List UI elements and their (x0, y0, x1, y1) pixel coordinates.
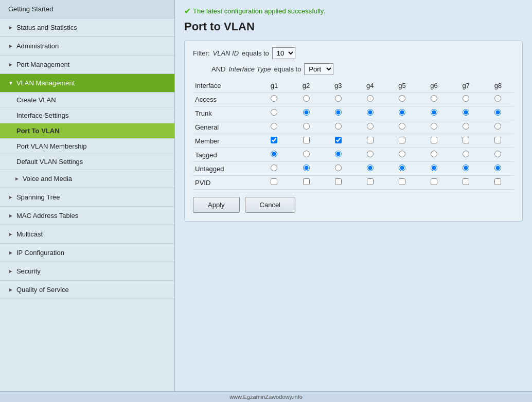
sidebar-item-security[interactable]: ► Security (0, 262, 174, 281)
radio-general-g8[interactable] (494, 123, 501, 130)
sidebar-item-administration[interactable]: ► Administration (0, 37, 174, 56)
radio-access-g5[interactable] (399, 95, 405, 102)
chk-pvid-g5[interactable] (399, 178, 405, 185)
chk-pvid-g6[interactable] (431, 178, 437, 185)
chk-member-g2[interactable] (303, 137, 310, 143)
sidebar-item-port-management[interactable]: ► Port Management (0, 56, 174, 74)
interface-type-select[interactable]: Port LAG All (304, 63, 333, 75)
radio-access-g2[interactable] (303, 95, 310, 102)
arrow-icon: ► (8, 25, 13, 30)
filter-box: Filter: VLAN ID equals to 10 1 2 20 30 A… (184, 41, 523, 222)
sidebar-sub-item-interface-settings[interactable]: Interface Settings (0, 108, 174, 123)
radio-general-g7[interactable] (463, 123, 469, 130)
sidebar-item-label: Create VLAN (16, 96, 56, 104)
radio-trunk-g3[interactable] (335, 109, 342, 116)
filter-label: Filter: (193, 49, 210, 57)
row-label-tagged: Tagged (193, 148, 258, 162)
chk-pvid-g2[interactable] (303, 178, 310, 185)
radio-untagged-g6[interactable] (431, 165, 437, 171)
sidebar-item-vlan-management[interactable]: ▼ VLAN Management (0, 74, 174, 93)
chk-pvid-g3[interactable] (335, 178, 342, 185)
radio-tagged-g8[interactable] (494, 151, 501, 157)
radio-trunk-g5[interactable] (399, 109, 405, 116)
radio-untagged-g7[interactable] (463, 165, 469, 171)
sidebar-sub-item-port-to-vlan[interactable]: Port To VLAN (0, 123, 174, 139)
radio-trunk-g6[interactable] (431, 109, 437, 116)
table-row-access: Access (193, 93, 514, 106)
radio-general-g1[interactable] (271, 123, 277, 130)
chk-member-g8[interactable] (494, 137, 501, 143)
chk-pvid-g8[interactable] (494, 178, 501, 185)
arrow-icon: ► (14, 176, 20, 181)
checkmark-icon: ✔ (184, 6, 191, 16)
sidebar: Getting Started ► Status and Statistics … (0, 0, 175, 391)
vlan-table: Interface g1 g2 g3 g4 g5 g6 g7 g8 Access (193, 79, 514, 190)
chk-member-g6[interactable] (431, 137, 437, 143)
chk-member-g1[interactable] (271, 137, 277, 143)
radio-access-g8[interactable] (494, 95, 501, 102)
sidebar-sub-item-default-vlan-settings[interactable]: Default VLAN Settings (0, 154, 174, 170)
sidebar-item-mac-address-tables[interactable]: ► MAC Address Tables (0, 207, 174, 225)
chk-member-g3[interactable] (335, 137, 342, 143)
radio-trunk-g4[interactable] (367, 109, 374, 116)
radio-tagged-g7[interactable] (463, 151, 469, 157)
chk-pvid-g4[interactable] (367, 178, 374, 185)
radio-general-g4[interactable] (367, 123, 374, 130)
arrow-icon: ► (8, 62, 13, 67)
radio-untagged-g3[interactable] (335, 165, 342, 171)
and-label: AND (211, 65, 225, 73)
equals-to-label-2: equals to (274, 65, 302, 73)
radio-tagged-g2[interactable] (303, 151, 310, 157)
radio-trunk-g7[interactable] (463, 109, 469, 116)
footer: www.EgzaminZawodowy.info (0, 391, 532, 402)
radio-untagged-g8[interactable] (494, 165, 501, 171)
chk-pvid-g7[interactable] (463, 178, 469, 185)
radio-trunk-g2[interactable] (303, 109, 310, 116)
radio-untagged-g1[interactable] (271, 165, 277, 171)
radio-access-g3[interactable] (335, 95, 342, 102)
vlan-id-select[interactable]: 10 1 2 20 30 (272, 47, 295, 59)
chk-member-g5[interactable] (399, 137, 405, 143)
cancel-button[interactable]: Cancel (245, 197, 295, 213)
sidebar-sub-item-voice-media[interactable]: ► Voice and Media (0, 170, 174, 188)
radio-access-g6[interactable] (431, 95, 437, 102)
apply-button[interactable]: Apply (193, 197, 240, 213)
radio-general-g6[interactable] (431, 123, 437, 130)
sidebar-item-label: Spanning Tree (16, 193, 60, 201)
arrow-icon: ► (8, 43, 13, 49)
radio-tagged-g5[interactable] (399, 151, 405, 157)
radio-untagged-g5[interactable] (399, 165, 405, 171)
radio-general-g3[interactable] (335, 123, 342, 130)
sidebar-sub-item-create-vlan[interactable]: Create VLAN (0, 93, 174, 108)
radio-tagged-g4[interactable] (367, 151, 374, 157)
radio-access-g1[interactable] (271, 95, 277, 102)
radio-access-g7[interactable] (463, 95, 469, 102)
sidebar-item-label: IP Configuration (16, 249, 64, 257)
sidebar-sub-item-port-vlan-membership[interactable]: Port VLAN Membership (0, 139, 174, 154)
chk-pvid-g1[interactable] (271, 178, 277, 185)
sidebar-item-spanning-tree[interactable]: ► Spanning Tree (0, 188, 174, 207)
arrow-icon: ► (8, 287, 13, 293)
radio-tagged-g6[interactable] (431, 151, 437, 157)
sidebar-item-label: Quality of Service (16, 286, 69, 294)
sidebar-item-status-statistics[interactable]: ► Status and Statistics (0, 19, 174, 37)
radio-trunk-g8[interactable] (494, 109, 501, 116)
sidebar-item-getting-started[interactable]: Getting Started (0, 0, 174, 19)
arrow-icon: ▼ (8, 80, 13, 86)
radio-tagged-g1[interactable] (271, 151, 277, 157)
filter-row-2: AND Interface Type equals to Port LAG Al… (193, 63, 514, 75)
radio-untagged-g4[interactable] (367, 165, 374, 171)
radio-access-g4[interactable] (367, 95, 374, 102)
sidebar-item-ip-configuration[interactable]: ► IP Configuration (0, 244, 174, 262)
radio-untagged-g2[interactable] (303, 165, 310, 171)
radio-general-g5[interactable] (399, 123, 405, 130)
radio-trunk-g1[interactable] (271, 109, 277, 116)
sidebar-item-multicast[interactable]: ► Multicast (0, 225, 174, 244)
chk-member-g4[interactable] (367, 137, 374, 143)
chk-member-g7[interactable] (463, 137, 469, 143)
col-g5: g5 (386, 79, 418, 93)
radio-general-g2[interactable] (303, 123, 310, 130)
col-g4: g4 (354, 79, 386, 93)
radio-tagged-g3[interactable] (335, 151, 342, 157)
sidebar-item-quality-of-service[interactable]: ► Quality of Service (0, 281, 174, 299)
